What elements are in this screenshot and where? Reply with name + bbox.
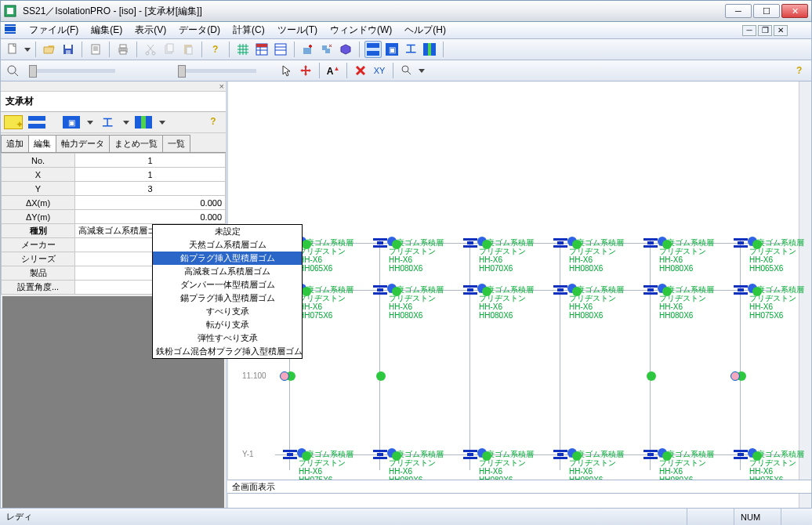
node-marker-green[interactable] <box>302 451 311 461</box>
minimize-button[interactable]: ─ <box>725 4 752 18</box>
prop-no-value[interactable]: 1 <box>75 154 226 168</box>
pmode2-menu[interactable] <box>87 121 93 125</box>
table-icon[interactable] <box>253 41 270 58</box>
dropdown-option[interactable]: すべり支承 <box>153 305 302 318</box>
tab-axial[interactable]: 軸力データ <box>56 135 110 152</box>
move-tool-icon[interactable] <box>297 62 314 79</box>
mode4-icon[interactable] <box>421 41 438 58</box>
bearing-node[interactable]: 減衰ゴム系積層ブリヂストンHH-X6HH080X6 <box>373 238 465 273</box>
dropdown-option[interactable]: 錫プラグ挿入型積層ゴム <box>153 291 302 305</box>
bearing-node[interactable]: 減衰ゴム系積層ブリヂストンHH-X6HH080X6 <box>373 285 465 320</box>
layers-remove-icon[interactable] <box>318 41 335 58</box>
node-marker-green[interactable] <box>302 240 311 249</box>
zoom-out-icon[interactable] <box>4 62 21 79</box>
tab-list[interactable]: まとめ一覧 <box>109 135 163 152</box>
dropdown-option-selected[interactable]: 鉛プラグ挿入型積層ゴム <box>153 252 302 265</box>
menu-file[interactable]: ファイル(F) <box>23 22 85 38</box>
node-marker-pink[interactable] <box>730 371 740 381</box>
node-marker-green[interactable] <box>752 240 762 249</box>
mdi-close-button[interactable]: ✕ <box>774 25 788 36</box>
pmode3-icon[interactable]: 工 <box>98 115 117 129</box>
bearing-node[interactable]: 減衰ゴム系積層ブリヂストンHH-X6HH080X6 <box>553 285 645 320</box>
pan-slider[interactable] <box>178 69 256 73</box>
help-button[interactable]: ? <box>207 41 224 58</box>
kind-dropdown-list[interactable]: 未設定 天然ゴム系積層ゴム 鉛プラグ挿入型積層ゴム 高減衰ゴム系積層ゴム ダンパ… <box>152 224 303 359</box>
menu-data[interactable]: データ(D) <box>172 22 227 38</box>
print-button[interactable] <box>114 41 132 58</box>
paste-button[interactable] <box>179 41 197 58</box>
panel-close-x[interactable]: × <box>1 81 226 92</box>
node-marker-green[interactable] <box>376 371 386 381</box>
cut-button[interactable] <box>142 41 159 58</box>
bearing-node[interactable]: 減衰ゴム系積層ブリヂストンHH-X6HH065X6 <box>734 238 811 273</box>
mdi-restore-button[interactable]: ❐ <box>758 25 772 36</box>
node-marker-green[interactable] <box>392 240 401 249</box>
node-marker-green[interactable] <box>482 451 491 461</box>
menu-help[interactable]: ヘルプ(H) <box>398 22 452 38</box>
report-button[interactable] <box>87 41 104 58</box>
node-marker-green[interactable] <box>662 240 672 249</box>
node-marker-green[interactable] <box>572 240 582 249</box>
mode3-icon[interactable]: 工 <box>402 41 419 58</box>
font-larger-icon[interactable]: A▲ <box>324 62 342 79</box>
panel-help-icon[interactable]: ? <box>204 115 223 129</box>
bearing-node[interactable]: 減衰ゴム系積層ブリヂストンHH-X6HH075X6 <box>734 285 811 320</box>
node-marker-green[interactable] <box>752 451 762 461</box>
menu-window[interactable]: ウィンドウ(W) <box>324 22 398 38</box>
box-icon[interactable] <box>337 41 354 58</box>
delete-x-icon[interactable] <box>352 62 369 79</box>
new-menu-arrow[interactable] <box>24 48 31 52</box>
node-marker-green[interactable] <box>572 287 582 296</box>
new-item-icon[interactable]: ✦ <box>4 115 23 129</box>
node-marker-pink[interactable] <box>280 371 289 381</box>
zoom-tool-icon[interactable] <box>398 62 415 79</box>
node-marker-green[interactable] <box>572 451 582 461</box>
save-button[interactable] <box>60 41 77 58</box>
node-marker-green[interactable] <box>662 451 672 461</box>
node-marker-green[interactable] <box>302 287 311 296</box>
zoom-menu-arrow[interactable] <box>419 69 425 73</box>
tab-edit[interactable]: 編集 <box>28 135 56 152</box>
prop-dy-value[interactable]: 0.000 <box>75 210 226 224</box>
menu-edit[interactable]: 編集(E) <box>85 22 129 38</box>
tab-add[interactable]: 追加 <box>1 135 29 152</box>
dropdown-option[interactable]: 転がり支承 <box>153 318 302 331</box>
dropdown-option[interactable]: 高減衰ゴム系積層ゴム <box>153 265 302 278</box>
pmode2-icon[interactable]: ▣ <box>62 115 81 129</box>
pointer-tool-icon[interactable] <box>278 62 295 79</box>
prop-dx-value[interactable]: 0.000 <box>75 196 226 210</box>
pmode4-menu[interactable] <box>159 121 165 125</box>
mdi-minimize-button[interactable]: ─ <box>742 25 756 36</box>
pmode1-icon[interactable] <box>27 115 46 129</box>
close-button[interactable]: ✕ <box>781 4 808 18</box>
grid-toggle-icon[interactable] <box>234 41 252 58</box>
pmode4-icon[interactable] <box>134 115 153 129</box>
dropdown-option[interactable]: ダンパー一体型積層ゴム <box>153 278 302 291</box>
menu-calc[interactable]: 計算(C) <box>227 22 271 38</box>
menu-view[interactable]: 表示(V) <box>129 22 172 38</box>
node-marker-green[interactable] <box>482 240 491 249</box>
dropdown-option[interactable]: 弾性すべり支承 <box>153 331 302 345</box>
help-icon-2[interactable]: ? <box>791 62 808 79</box>
bearing-node[interactable]: 減衰ゴム系積層ブリヂストンHH-X6HH070X6 <box>463 238 555 273</box>
dropdown-option[interactable]: 天然ゴム系積層ゴム <box>153 238 302 252</box>
maximize-button[interactable]: ☐ <box>753 4 780 18</box>
dropdown-option[interactable]: 鉄粉ゴム混合材プラグ挿入型積層ゴム <box>153 345 302 358</box>
mode1-icon[interactable] <box>364 41 382 58</box>
table2-icon[interactable] <box>272 41 289 58</box>
node-marker-green[interactable] <box>392 287 401 296</box>
dropdown-option[interactable]: 未設定 <box>153 225 302 238</box>
prop-y-value[interactable]: 3 <box>75 182 226 196</box>
bearing-node[interactable]: 減衰ゴム系積層ブリヂストンHH-X6HH080X6 <box>643 285 735 320</box>
bearing-node[interactable]: 減衰ゴム系積層ブリヂストンHH-X6HH080X6 <box>553 238 645 273</box>
prop-x-value[interactable]: 1 <box>75 168 226 182</box>
prop-angle-label[interactable]: 設置角度... <box>2 281 75 295</box>
node-marker-green[interactable] <box>647 371 656 381</box>
layer-add-icon[interactable] <box>299 41 317 58</box>
tab-all[interactable]: 一覧 <box>162 135 190 152</box>
node-marker-green[interactable] <box>482 287 491 296</box>
node-marker-green[interactable] <box>662 287 672 296</box>
node-marker-green[interactable] <box>392 451 401 461</box>
new-button[interactable] <box>4 41 21 58</box>
node-marker-green[interactable] <box>752 287 762 296</box>
